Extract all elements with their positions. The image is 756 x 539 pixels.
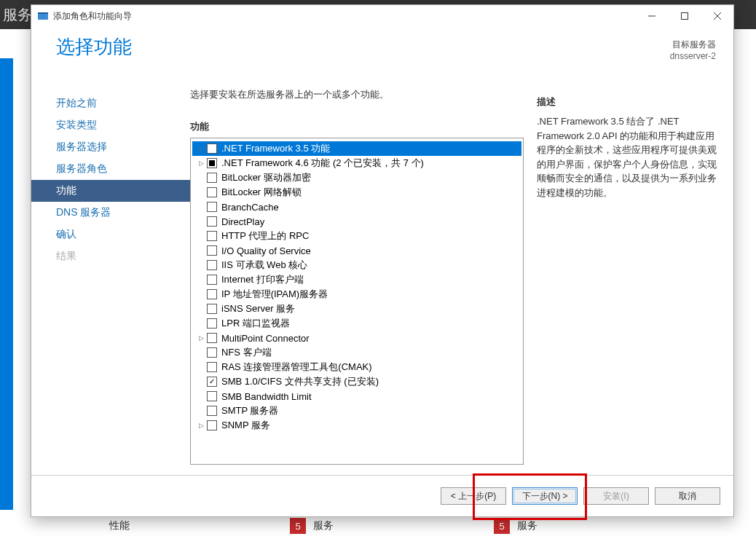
feature-item[interactable]: ▷.NET Framework 3.5 功能 [192, 141, 521, 156]
service-label-1: 服务 [313, 519, 334, 532]
svg-rect-3 [681, 13, 688, 20]
feature-item[interactable]: ▷LPR 端口监视器 [192, 316, 521, 331]
wizard-step-2[interactable]: 服务器选择 [31, 136, 190, 158]
wizard-step-5[interactable]: DNS 服务器 [31, 202, 190, 224]
feature-checkbox[interactable] [207, 347, 217, 358]
feature-label: HTTP 代理上的 RPC [221, 229, 309, 243]
feature-item[interactable]: ▷Internet 打印客户端 [192, 272, 521, 287]
feature-item[interactable]: ▷iSNS Server 服务 [192, 302, 521, 316]
window-title: 添加角色和功能向导 [53, 10, 635, 23]
feature-label: BranchCache [221, 202, 279, 213]
feature-checkbox[interactable] [207, 362, 217, 372]
feature-label: MultiPoint Connector [221, 333, 310, 344]
install-button[interactable]: 安装(I) [583, 487, 649, 505]
feature-checkbox[interactable] [207, 231, 217, 241]
feature-item[interactable]: ▷BranchCache [192, 200, 521, 214]
wizard-step-7: 结果 [31, 245, 190, 267]
feature-item[interactable]: ▷I/O Quality of Service [192, 243, 521, 258]
expander-icon[interactable]: ▷ [197, 159, 205, 168]
feature-label: BitLocker 网络解锁 [221, 186, 302, 199]
cancel-button[interactable]: 取消 [655, 487, 720, 505]
features-section-label: 功能 [190, 120, 524, 133]
wizard-dialog: 添加角色和功能向导 选择功能 目标服务器 dnsserver-2 开始之前安装类… [31, 4, 734, 517]
wizard-step-3[interactable]: 服务器角色 [31, 158, 190, 180]
feature-label: .NET Framework 3.5 功能 [221, 142, 330, 155]
feature-label: SMB Bandwidth Limit [221, 391, 312, 402]
feature-item[interactable]: ▷SMB Bandwidth Limit [192, 389, 521, 404]
feature-item[interactable]: ▷BitLocker 驱动器加密 [192, 170, 521, 185]
feature-item[interactable]: ▷SNMP 服务 [192, 418, 521, 433]
feature-checkbox[interactable] [207, 275, 217, 285]
wizard-footer: < 上一步(P) 下一步(N) > 安装(I) 取消 [31, 476, 733, 516]
target-server-info: 目标服务器 dnsserver-2 [670, 39, 716, 79]
feature-checkbox[interactable] [207, 173, 217, 183]
feature-checkbox[interactable] [207, 158, 217, 168]
minimize-button[interactable] [635, 5, 668, 27]
feature-label: I/O Quality of Service [221, 245, 311, 256]
expander-icon[interactable]: ▷ [197, 421, 205, 430]
feature-item[interactable]: ▷.NET Framework 4.6 功能 (2 个已安装，共 7 个) [192, 156, 521, 170]
features-list[interactable]: ▷.NET Framework 3.5 功能▷.NET Framework 4.… [190, 138, 524, 465]
feature-checkbox[interactable] [207, 202, 217, 212]
feature-label: DirectPlay [221, 216, 264, 227]
feature-label: IP 地址管理(IPAM)服务器 [221, 288, 328, 301]
feature-checkbox[interactable] [207, 304, 217, 314]
feature-checkbox[interactable] [207, 333, 217, 343]
wizard-step-0[interactable]: 开始之前 [31, 93, 190, 114]
titlebar: 添加角色和功能向导 [31, 5, 733, 27]
svg-rect-1 [38, 12, 48, 14]
feature-label: IIS 可承载 Web 核心 [221, 259, 307, 272]
feature-checkbox[interactable] [207, 245, 217, 256]
description-text: .NET Framework 3.5 结合了 .NET Framework 2.… [537, 114, 720, 200]
feature-item[interactable]: ▷MultiPoint Connector [192, 331, 521, 345]
wizard-step-1[interactable]: 安装类型 [31, 114, 190, 136]
service-label-2: 服务 [517, 519, 538, 532]
feature-checkbox[interactable] [207, 260, 217, 270]
feature-label: NFS 客户端 [221, 346, 272, 359]
feature-item[interactable]: ▷IP 地址管理(IPAM)服务器 [192, 287, 521, 302]
feature-label: Internet 打印客户端 [221, 273, 304, 286]
feature-item[interactable]: ▷SMB 1.0/CIFS 文件共享支持 (已安装) [192, 374, 521, 389]
feature-label: iSNS Server 服务 [221, 302, 295, 315]
expander-icon[interactable]: ▷ [197, 144, 205, 153]
feature-item[interactable]: ▷NFS 客户端 [192, 345, 521, 360]
feature-checkbox[interactable] [207, 391, 217, 401]
target-label: 目标服务器 [670, 39, 716, 51]
instruction-text: 选择要安装在所选服务器上的一个或多个功能。 [190, 88, 524, 101]
feature-checkbox[interactable] [207, 377, 217, 387]
close-button[interactable] [701, 5, 733, 27]
feature-checkbox[interactable] [207, 143, 217, 154]
feature-item[interactable]: ▷RAS 连接管理器管理工具包(CMAK) [192, 360, 521, 374]
maximize-button[interactable] [668, 5, 701, 27]
wizard-steps-nav: 开始之前安装类型服务器选择服务器角色功能DNS 服务器确认结果 [31, 79, 190, 475]
feature-label: SMB 1.0/CIFS 文件共享支持 (已安装) [221, 375, 379, 388]
feature-checkbox[interactable] [207, 187, 217, 197]
wizard-header: 选择功能 目标服务器 dnsserver-2 [31, 27, 733, 79]
feature-label: .NET Framework 4.6 功能 (2 个已安装，共 7 个) [221, 157, 424, 170]
feature-checkbox[interactable] [207, 420, 217, 430]
background-bottom-row: 性能 5 服务 5 服务 [109, 516, 752, 536]
feature-checkbox[interactable] [207, 318, 217, 328]
page-title: 选择功能 [56, 34, 132, 79]
previous-button[interactable]: < 上一步(P) [441, 487, 506, 505]
feature-label: SMTP 服务器 [221, 404, 279, 417]
feature-item[interactable]: ▷DirectPlay [192, 214, 521, 229]
service-count-badge-2: 5 [494, 518, 510, 534]
feature-checkbox[interactable] [207, 406, 217, 416]
feature-checkbox[interactable] [207, 216, 217, 227]
feature-label: BitLocker 驱动器加密 [221, 171, 311, 184]
feature-checkbox[interactable] [207, 289, 217, 299]
feature-label: RAS 连接管理器管理工具包(CMAK) [221, 361, 372, 374]
feature-item[interactable]: ▷BitLocker 网络解锁 [192, 185, 521, 200]
feature-item[interactable]: ▷IIS 可承载 Web 核心 [192, 258, 521, 272]
app-icon [37, 10, 49, 22]
feature-item[interactable]: ▷HTTP 代理上的 RPC [192, 229, 521, 243]
background-accent [0, 58, 13, 510]
feature-label: LPR 端口监视器 [221, 317, 290, 330]
wizard-step-6[interactable]: 确认 [31, 224, 190, 245]
wizard-step-4[interactable]: 功能 [31, 180, 190, 202]
feature-item[interactable]: ▷SMTP 服务器 [192, 404, 521, 418]
next-button[interactable]: 下一步(N) > [512, 487, 578, 505]
expander-icon[interactable]: ▷ [197, 334, 205, 342]
service-count-badge-1: 5 [290, 518, 306, 534]
